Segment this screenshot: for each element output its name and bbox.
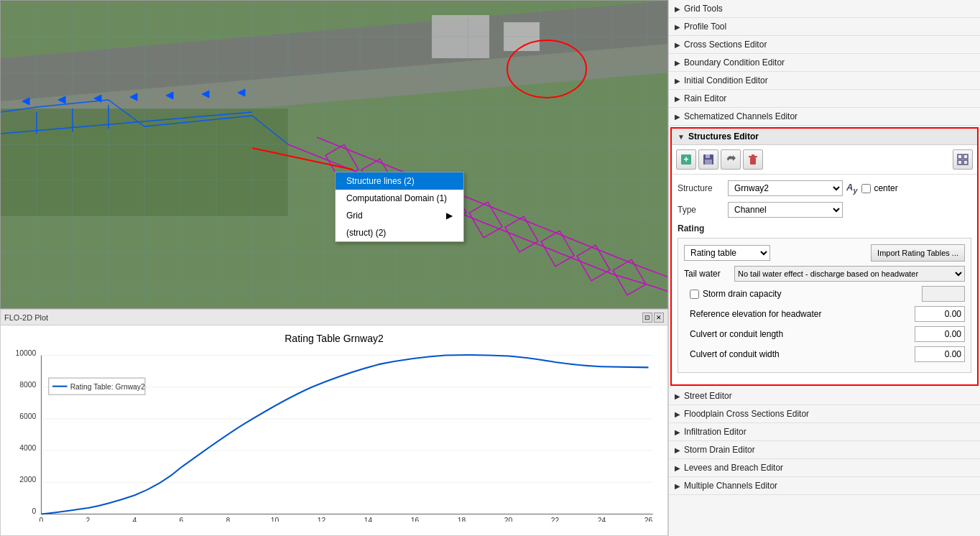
grid-tools-arrow: ▶ (675, 5, 680, 13)
svg-rect-96 (958, 154, 962, 159)
svg-text:Rating Table: Grnway2: Rating Table: Grnway2 (70, 383, 145, 391)
type-row: Type Channel (678, 202, 971, 218)
grid-tools-label: Grid Tools (684, 4, 723, 14)
levees-header[interactable]: ▶ Levees and Breach Editor (669, 459, 980, 476)
cross-sections-arrow: ▶ (675, 41, 680, 49)
panel-section-street-editor: ▶ Street Editor (669, 387, 980, 405)
boundary-condition-header[interactable]: ▶ Boundary Condition Editor (669, 54, 980, 71)
context-menu-item-computational-domain[interactable]: Computational Domain (1) (336, 190, 463, 207)
street-editor-label: Street Editor (684, 391, 732, 401)
svg-text:4: 4 (133, 517, 137, 522)
chart-title: Rating Table Grnway2 (8, 333, 660, 344)
profile-tool-label: Profile Tool (684, 22, 726, 32)
structure-row: Structure Grnway2 Ay center (678, 180, 971, 196)
context-menu-item-struct[interactable]: (struct) (2) (336, 224, 463, 241)
svg-text:12: 12 (318, 517, 326, 522)
panel-section-boundary-condition: ▶ Boundary Condition Editor (669, 54, 980, 72)
structure-select[interactable]: Grnway2 (728, 180, 843, 196)
storm-drain-editor-arrow: ▶ (675, 446, 680, 454)
infiltration-arrow: ▶ (675, 428, 680, 436)
culvert-width-row: Culvert of conduit width (684, 346, 965, 362)
storm-drain-input[interactable] (922, 286, 965, 302)
context-menu-item-grid[interactable]: Grid ▶ (336, 207, 463, 224)
plot-restore-icon[interactable]: ⊡ (642, 313, 652, 323)
tail-water-label: Tail water (684, 269, 734, 279)
initial-condition-header[interactable]: ▶ Initial Condition Editor (669, 72, 980, 89)
svg-rect-93 (750, 157, 756, 165)
center-checkbox[interactable] (861, 184, 871, 193)
infiltration-header[interactable]: ▶ Infiltration Editor (669, 423, 980, 440)
profile-tool-arrow: ▶ (675, 23, 680, 31)
grid-tools-header[interactable]: ▶ Grid Tools (669, 0, 980, 17)
cross-sections-label: Cross Sections Editor (684, 40, 767, 50)
rating-box: Rating table Import Rating Tables ... Ta… (678, 238, 971, 373)
street-editor-arrow: ▶ (675, 392, 680, 400)
svg-rect-92 (705, 160, 712, 165)
rain-editor-header[interactable]: ▶ Rain Editor (669, 90, 980, 107)
chart-svg: 0 2000 4000 6000 8000 10000 0 2 4 6 8 10… (8, 348, 660, 522)
ref-elevation-input[interactable] (915, 306, 965, 322)
right-panel: ▶ Grid Tools ▶ Profile Tool ▶ Cross Sect… (668, 0, 980, 536)
storm-drain-editor-header[interactable]: ▶ Storm Drain Editor (669, 441, 980, 458)
svg-text:4000: 4000 (19, 444, 36, 452)
svg-text:10: 10 (271, 517, 279, 522)
boundary-condition-label: Boundary Condition Editor (684, 57, 785, 68)
rating-section: Rating Rating table Import Rating Tables… (678, 223, 971, 373)
initial-condition-arrow: ▶ (675, 77, 680, 85)
svg-text:26: 26 (644, 517, 653, 522)
multiple-channels-label: Multiple Channels Editor (684, 481, 777, 491)
floodplain-arrow: ▶ (675, 410, 680, 418)
save-button[interactable] (698, 149, 718, 170)
schematized-channels-header[interactable]: ▶ Schematized Channels Editor (669, 108, 980, 125)
svg-text:18: 18 (458, 517, 466, 522)
culvert-length-input[interactable] (915, 326, 965, 342)
panel-section-rain-editor: ▶ Rain Editor (669, 90, 980, 108)
context-menu-item-structure-lines[interactable]: Structure lines (2) (336, 172, 463, 190)
map-view: Structure lines (2) Computational Domain… (0, 0, 668, 309)
plot-close-icon[interactable]: ✕ (654, 313, 664, 323)
ref-elevation-label: Reference elevation for headwater (684, 309, 915, 319)
svg-rect-95 (752, 154, 754, 156)
delete-button[interactable] (743, 149, 763, 170)
svg-text:8000: 8000 (19, 381, 36, 389)
plot-titlebar: FLO-2D Plot ⊡ ✕ (1, 310, 667, 325)
floodplain-header[interactable]: ▶ Floodplain Cross Sections Editor (669, 405, 980, 422)
multiple-channels-arrow: ▶ (675, 482, 680, 490)
center-checkbox-label[interactable]: center (861, 183, 897, 193)
editor-toolbar: + (672, 145, 977, 175)
tail-water-select[interactable]: No tail water effect - discharge based o… (734, 266, 965, 282)
import-rating-tables-button[interactable]: Import Rating Tables ... (871, 244, 965, 262)
svg-text:10000: 10000 (16, 348, 37, 356)
structure-label: Structure (678, 183, 728, 193)
panel-section-levees: ▶ Levees and Breach Editor (669, 459, 980, 477)
panel-section-grid-tools: ▶ Grid Tools (669, 0, 980, 18)
structures-editor-header[interactable]: ▼ Structures Editor (672, 129, 977, 145)
plot-content: Rating Table Grnway2 0 2000 4000 6000 80… (1, 325, 667, 535)
type-select[interactable]: Channel (728, 202, 843, 218)
svg-rect-99 (963, 160, 968, 165)
map-canvas (1, 1, 668, 309)
rating-table-select[interactable]: Rating table (684, 245, 770, 261)
cross-sections-header[interactable]: ▶ Cross Sections Editor (669, 36, 980, 53)
storm-drain-checkbox[interactable] (690, 290, 699, 299)
panel-section-schematized-channels: ▶ Schematized Channels Editor (669, 108, 980, 126)
svg-text:20: 20 (504, 517, 513, 522)
schematized-channels-arrow: ▶ (675, 113, 680, 121)
svg-rect-97 (963, 154, 968, 159)
street-editor-header[interactable]: ▶ Street Editor (669, 387, 980, 405)
levees-label: Levees and Breach Editor (684, 463, 783, 473)
add-structure-button[interactable]: + (676, 149, 696, 170)
panel-section-profile-tool: ▶ Profile Tool (669, 18, 980, 36)
chart-area: 0 2000 4000 6000 8000 10000 0 2 4 6 8 10… (8, 348, 660, 522)
culvert-width-input[interactable] (915, 346, 965, 362)
ref-elevation-row: Reference elevation for headwater (684, 306, 965, 322)
initial-condition-label: Initial Condition Editor (684, 75, 768, 86)
svg-text:+: + (683, 154, 688, 165)
schematized-channels-label: Schematized Channels Editor (684, 111, 798, 121)
grid-view-button[interactable] (953, 149, 973, 170)
undo-button[interactable] (721, 149, 741, 170)
multiple-channels-header[interactable]: ▶ Multiple Channels Editor (669, 477, 980, 494)
profile-tool-header[interactable]: ▶ Profile Tool (669, 18, 980, 35)
panel-section-multiple-channels: ▶ Multiple Channels Editor (669, 477, 980, 495)
svg-text:2: 2 (86, 517, 91, 522)
